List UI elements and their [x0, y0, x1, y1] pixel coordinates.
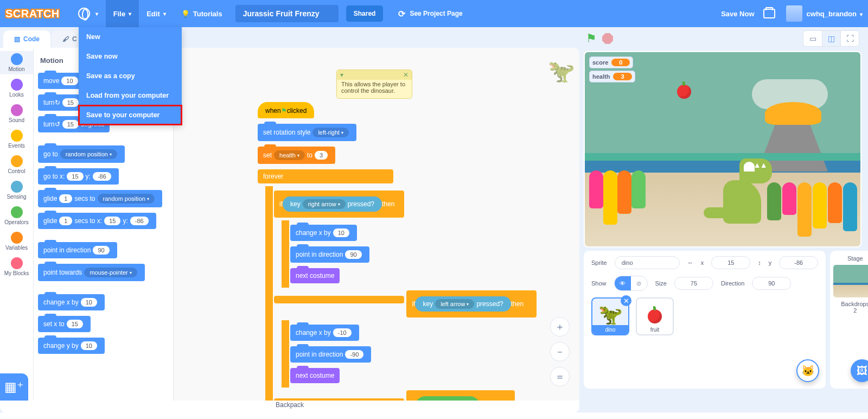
zoom-controls: ＋ － ＝ [550, 317, 570, 386]
script-stack[interactable]: when ⚑ clicked set rotation styleleft-ri… [258, 99, 537, 401]
save-now-button[interactable]: Save Now [721, 10, 754, 18]
category-my-blocks[interactable]: My Blocks [0, 255, 33, 278]
project-title-input[interactable] [235, 5, 339, 22]
block-next-costume-1[interactable]: next costume [290, 268, 340, 283]
direction-label: Direction [721, 280, 744, 287]
sprite-tile-dino[interactable]: ✕ 🦖 dino [591, 297, 629, 335]
stage-selector[interactable]: Stage Backdrops 2 🖼 [830, 251, 868, 389]
block-equals[interactable]: health = 0 [415, 396, 480, 401]
block-category-column: Motion Looks Sound Events Control Sensin… [0, 48, 34, 401]
backdrops-label: Backdrops [833, 301, 868, 307]
add-backdrop-button[interactable]: 🖼 [851, 359, 868, 382]
stage-small-button[interactable]: ▭ [803, 31, 822, 46]
shared-button[interactable]: Shared [346, 5, 384, 22]
block-glide-random[interactable]: glide1secs torandom position▾ [38, 190, 162, 207]
block-point-direction[interactable]: point in direction90 [38, 242, 117, 258]
block-if-right[interactable]: if keyright arrow▾pressed? then [274, 191, 404, 218]
category-variables[interactable]: Variables [0, 230, 33, 253]
category-control[interactable]: Control [0, 153, 33, 176]
file-menu-new[interactable]: New [79, 27, 182, 47]
category-motion[interactable]: Motion [0, 51, 33, 74]
block-if-health[interactable]: if health = 0 then [406, 390, 515, 401]
block-if-left[interactable]: if keyleft arrow▾pressed? then [406, 290, 537, 318]
delete-sprite-icon[interactable]: ✕ [621, 295, 631, 306]
user-avatar[interactable] [786, 5, 802, 22]
block-glide-xy[interactable]: glide1secs to x:15y:-86 [38, 213, 156, 229]
zoom-reset-button[interactable]: ＝ [550, 367, 570, 386]
stage-plants-left [589, 170, 646, 225]
show-hide-toggle[interactable]: 👁 ⊘ [614, 276, 648, 291]
block-when-flag-clicked[interactable]: when ⚑ clicked [258, 102, 314, 118]
category-looks[interactable]: Looks [0, 77, 33, 100]
scratch-logo[interactable]: SCRATCH [5, 8, 60, 20]
zoom-in-button[interactable]: ＋ [550, 317, 570, 337]
category-sensing[interactable]: Sensing [0, 179, 33, 202]
file-menu-save-now[interactable]: Save now [79, 47, 182, 66]
file-menu-load[interactable]: Load from your computer [79, 86, 182, 105]
comment-close-icon[interactable]: ✕ [403, 71, 409, 79]
block-set-x[interactable]: set x to15 [38, 316, 91, 332]
block-set-variable[interactable]: sethealth▾to3 [258, 147, 335, 164]
block-key-pressed-left[interactable]: keyleft arrow▾pressed? [415, 296, 510, 312]
zoom-out-button[interactable]: － [550, 342, 570, 361]
add-sprite-button[interactable]: 🐱 [796, 359, 819, 382]
block-point-dir-left[interactable]: point in direction-90 [290, 346, 371, 363]
stage-large-button[interactable]: ◫ [822, 31, 840, 46]
code-tab[interactable]: ▧Code [3, 30, 50, 48]
sprite-dino-on-stage[interactable]: ▲▲▲ [718, 158, 772, 224]
my-stuff-icon[interactable] [763, 9, 775, 18]
sprite-x-input[interactable] [711, 256, 750, 269]
block-point-towards[interactable]: point towardsmouse-pointer▾ [38, 264, 145, 281]
file-menu-button[interactable]: File▾ [106, 0, 139, 27]
script-workspace[interactable]: 🦖 ▾✕ This allows the player to control t… [174, 48, 579, 401]
block-change-x[interactable]: change x by10 [38, 294, 105, 310]
block-change-x-left[interactable]: change x by-10 [290, 325, 359, 341]
sprite-info-panel: Sprite ↔ x ↕ y Show 👁 ⊘ Size [584, 251, 826, 389]
sprite-tile-fruit[interactable]: fruit [636, 297, 674, 335]
stage-full-button[interactable]: ⛶ [840, 31, 859, 46]
category-events[interactable]: Events [0, 128, 33, 151]
file-dropdown-menu: New Save now Save as a copy Load from yo… [79, 27, 182, 125]
sprite-watermark-icon: 🦖 [548, 59, 570, 86]
sprite-size-input[interactable] [674, 277, 713, 290]
menu-bar: SCRATCH ▾ File▾ Edit▾ 💡Tutorials Shared … [0, 0, 868, 27]
stop-button[interactable] [602, 33, 613, 44]
block-key-pressed-right[interactable]: keyright arrow▾pressed? [283, 196, 382, 212]
lightbulb-icon: 💡 [181, 10, 190, 18]
block-forever[interactable]: forever [258, 169, 393, 183]
block-change-y[interactable]: change y by10 [38, 338, 105, 354]
see-project-page-button[interactable]: ⟳See Project Page [391, 0, 470, 27]
xy-icon: ↔ [687, 259, 693, 266]
green-flag-button[interactable]: ⚑ [586, 31, 597, 46]
show-icon[interactable]: 👁 [615, 276, 631, 290]
script-comment[interactable]: ▾✕ This allows the player to control the… [336, 69, 412, 99]
file-menu-save-local[interactable]: Save to your computer [79, 105, 182, 125]
sprite-name-input[interactable] [615, 256, 680, 269]
stage-canvas[interactable]: score0 health3 ▲▲▲ [584, 51, 861, 247]
stage-thumbnail[interactable] [833, 265, 868, 297]
sprite-fruit-on-stage[interactable] [677, 85, 691, 99]
edit-menu-button[interactable]: Edit▾ [139, 0, 174, 27]
block-change-x-right[interactable]: change x by10 [290, 225, 357, 241]
block-next-costume-2[interactable]: next costume [290, 368, 340, 383]
category-operators[interactable]: Operators [0, 204, 33, 227]
block-goto-random[interactable]: go torandom position▾ [38, 145, 125, 163]
category-sound[interactable]: Sound [0, 102, 33, 125]
file-menu-save-copy[interactable]: Save as a copy [79, 66, 182, 86]
block-point-dir-right[interactable]: point in direction90 [290, 246, 369, 263]
stage-header: ⚑ ▭ ◫ ⛶ [584, 29, 861, 48]
block-set-rotation-style[interactable]: set rotation styleleft-right▾ [258, 124, 356, 141]
language-menu[interactable]: ▾ [71, 0, 106, 27]
username-label[interactable]: cwhq_brandon▾ [807, 10, 863, 18]
show-label: Show [591, 280, 607, 287]
comment-collapse-icon[interactable]: ▾ [340, 71, 343, 79]
hide-icon[interactable]: ⊘ [631, 276, 647, 290]
hud-health[interactable]: health3 [589, 71, 635, 82]
sprite-y-input[interactable] [779, 256, 818, 269]
block-goto-xy[interactable]: go to x:15y:-86 [38, 168, 119, 185]
size-label: Size [655, 280, 667, 287]
tutorials-button[interactable]: 💡Tutorials [174, 0, 230, 27]
add-extension-button[interactable]: ▦⁺ [0, 373, 28, 401]
hud-score[interactable]: score0 [589, 56, 633, 68]
sprite-direction-input[interactable] [752, 277, 791, 290]
